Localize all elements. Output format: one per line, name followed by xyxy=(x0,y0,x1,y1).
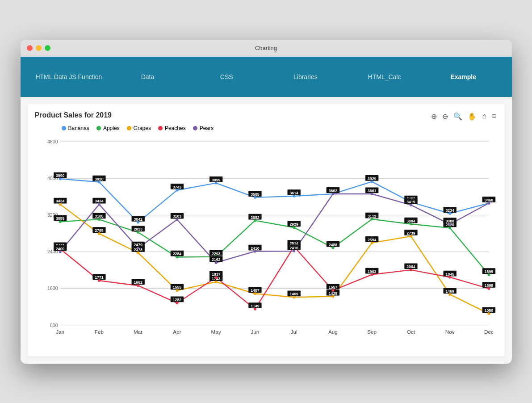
svg-point-149 xyxy=(254,307,256,310)
svg-text:May: May xyxy=(211,329,221,335)
tab-html-data[interactable]: HTML Data JS Function xyxy=(29,69,109,85)
svg-point-194 xyxy=(370,193,373,195)
svg-point-50 xyxy=(370,180,373,183)
svg-point-71 xyxy=(176,256,178,258)
svg-point-41 xyxy=(254,196,256,198)
svg-point-125 xyxy=(410,235,412,237)
svg-text:3004: 3004 xyxy=(406,218,415,223)
svg-text:1837: 1837 xyxy=(211,272,220,277)
svg-text:Aug: Aug xyxy=(328,329,338,335)
svg-text:Feb: Feb xyxy=(94,329,104,335)
svg-point-170 xyxy=(59,250,61,253)
hand-button[interactable]: ✋ xyxy=(466,111,478,122)
svg-text:1662: 1662 xyxy=(134,280,142,285)
tab-data[interactable]: Data xyxy=(108,69,187,85)
svg-text:1409: 1409 xyxy=(289,292,298,296)
svg-text:2004: 2004 xyxy=(406,264,415,269)
nav-tabs: HTML Data JS Function Data CSS Libraries… xyxy=(21,69,512,85)
legend-pears: Pears xyxy=(193,125,214,131)
tab-html-calc[interactable]: HTML_Calc xyxy=(345,69,424,85)
svg-text:1487: 1487 xyxy=(251,288,260,293)
chart-header: Product Sales for 2019 ⊕ ⊖ 🔍 ✋ ⌂ ≡ xyxy=(35,111,498,122)
svg-text:1555: 1555 xyxy=(172,285,181,290)
tab-css[interactable]: CSS xyxy=(187,69,266,85)
svg-point-32 xyxy=(137,221,139,223)
svg-point-191 xyxy=(331,193,334,195)
search-button[interactable]: 🔍 xyxy=(452,111,464,122)
svg-text:2479: 2479 xyxy=(134,243,142,247)
zoom-in-button[interactable]: ⊕ xyxy=(430,111,438,122)
svg-text:1899: 1899 xyxy=(484,269,493,274)
svg-point-44 xyxy=(293,194,295,197)
minimize-button[interactable] xyxy=(36,45,42,51)
legend-peaches: Peaches xyxy=(158,125,186,131)
content-area: Product Sales for 2019 ⊕ ⊖ 🔍 ✋ ⌂ ≡ Banan… xyxy=(28,104,505,357)
menu-button[interactable]: ≡ xyxy=(490,111,497,121)
svg-point-122 xyxy=(370,241,373,244)
peaches-dot xyxy=(158,126,163,130)
chart-svg: 80016002400320040004800JanFebMarAprMayJu… xyxy=(35,135,498,349)
svg-point-26 xyxy=(59,177,61,180)
svg-point-119 xyxy=(331,295,334,298)
svg-text:3614: 3614 xyxy=(289,191,298,195)
svg-text:Sep: Sep xyxy=(367,329,377,335)
svg-text:1845: 1845 xyxy=(445,272,454,276)
svg-point-188 xyxy=(293,249,295,252)
svg-text:3000: 3000 xyxy=(445,219,454,223)
svg-text:1557: 1557 xyxy=(328,285,337,290)
title-bar: Charting xyxy=(21,40,512,57)
grapes-dot xyxy=(127,126,131,130)
svg-text:3929: 3929 xyxy=(367,176,376,181)
svg-text:Mar: Mar xyxy=(134,329,142,335)
home-button[interactable]: ⌂ xyxy=(481,111,488,121)
svg-point-143 xyxy=(176,302,178,304)
tab-example[interactable]: Example xyxy=(424,69,503,85)
svg-point-77 xyxy=(254,219,256,222)
close-button[interactable] xyxy=(27,45,33,51)
svg-text:2284: 2284 xyxy=(172,252,181,256)
svg-text:1771: 1771 xyxy=(95,275,104,280)
tab-libraries[interactable]: Libraries xyxy=(266,69,345,85)
svg-point-131 xyxy=(487,312,490,315)
svg-text:Dec: Dec xyxy=(484,329,494,335)
svg-text:2795: 2795 xyxy=(95,228,104,233)
pears-dot xyxy=(193,126,197,130)
svg-point-173 xyxy=(98,203,101,206)
svg-point-86 xyxy=(370,218,373,220)
svg-text:3990: 3990 xyxy=(55,173,64,178)
svg-point-29 xyxy=(98,181,101,183)
svg-text:1282: 1282 xyxy=(172,298,181,302)
svg-text:3743: 3743 xyxy=(172,185,181,189)
svg-point-146 xyxy=(214,276,217,279)
svg-text:3055: 3055 xyxy=(55,216,64,221)
svg-point-38 xyxy=(214,181,217,184)
svg-point-101 xyxy=(98,232,101,235)
svg-point-164 xyxy=(448,276,451,278)
svg-text:2929: 2929 xyxy=(289,222,298,227)
maximize-button[interactable] xyxy=(45,45,50,51)
svg-point-80 xyxy=(293,226,295,229)
apples-dot xyxy=(96,126,101,130)
svg-text:2594: 2594 xyxy=(367,237,376,242)
svg-text:2162: 2162 xyxy=(211,257,220,262)
svg-text:3899: 3899 xyxy=(211,177,220,182)
svg-text:Nov: Nov xyxy=(445,329,454,335)
svg-point-182 xyxy=(214,261,217,264)
chart-area: 80016002400320040004800JanFebMarAprMayJu… xyxy=(35,135,498,349)
svg-point-185 xyxy=(254,250,256,252)
zoom-out-button[interactable]: ⊖ xyxy=(441,111,449,122)
svg-text:3112: 3112 xyxy=(367,214,376,218)
grapes-label: Grapes xyxy=(134,125,151,131)
svg-point-107 xyxy=(176,289,178,292)
svg-point-155 xyxy=(331,289,334,292)
svg-point-83 xyxy=(331,246,334,249)
legend-bananas: Bananas xyxy=(62,125,89,131)
legend-apples: Apples xyxy=(96,125,120,131)
svg-point-65 xyxy=(98,218,101,221)
svg-point-113 xyxy=(254,292,256,295)
svg-text:3662: 3662 xyxy=(328,189,337,193)
svg-text:Jan: Jan xyxy=(56,329,64,335)
chart-title: Product Sales for 2019 xyxy=(35,111,112,119)
svg-point-104 xyxy=(137,251,139,254)
nav-bar: HTML Data JS Function Data CSS Libraries… xyxy=(21,57,512,97)
